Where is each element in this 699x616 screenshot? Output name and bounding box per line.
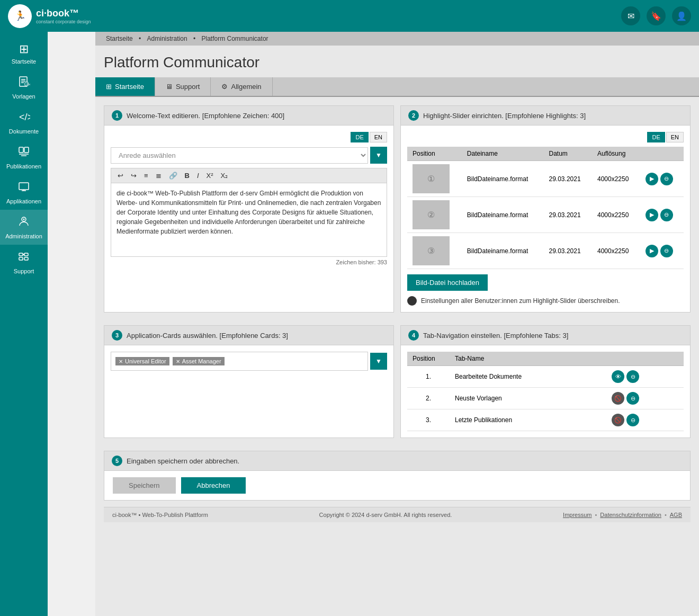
col-position: Position bbox=[407, 147, 462, 161]
sidebar-item-vorlagen[interactable]: Rx Vorlagen bbox=[0, 70, 48, 105]
subscript-btn[interactable]: X₂ bbox=[219, 171, 230, 181]
tab-row3-pos: 3. bbox=[407, 409, 450, 431]
select-arrow-icon[interactable]: ▼ bbox=[370, 147, 387, 164]
tag-x-universal[interactable]: ✕ bbox=[119, 359, 123, 364]
row1-action-btns: ▶ ⊖ bbox=[646, 173, 678, 185]
row3-remove-btn[interactable]: ⊖ bbox=[660, 245, 673, 257]
sidebar-item-publikationen[interactable]: Publikationen bbox=[0, 140, 48, 175]
toggle-override[interactable] bbox=[407, 296, 417, 306]
sidebar-item-dokumente[interactable]: </> Dokumente bbox=[0, 105, 48, 140]
section2-body: DE EN Position Dateiname Datum Auflösung bbox=[401, 126, 690, 312]
lang-switcher-1: DE EN bbox=[111, 132, 387, 142]
content-area: 1 Welcome-Text editieren. [Empfohlene Ze… bbox=[95, 97, 699, 531]
tab-allgemein[interactable]: ⚙ Allgemein bbox=[211, 77, 272, 96]
link-btn[interactable]: 🔗 bbox=[167, 171, 180, 181]
sidebar-label-startseite: Startseite bbox=[12, 58, 36, 65]
app-tags-container: ✕ Universal Editor ✕ Asset Manager bbox=[111, 352, 368, 371]
col-aufloesung: Auflösung bbox=[592, 147, 640, 161]
row2-remove-btn[interactable]: ⊖ bbox=[660, 209, 673, 221]
user-icon[interactable]: 👤 bbox=[672, 6, 691, 25]
tab-row3-eye-off-btn[interactable]: 🚫 bbox=[612, 414, 624, 426]
tab-row3-btns: 🚫 ⊖ bbox=[612, 414, 678, 426]
footer-copyright: Copyright © 2024 d-serv GmbH. All rights… bbox=[319, 512, 452, 518]
row3-actions: ▶ ⊖ bbox=[640, 233, 684, 269]
row3-pos: ③ bbox=[407, 233, 462, 269]
breadcrumb-home[interactable]: Startseite bbox=[106, 35, 133, 42]
tab-row3-remove-btn[interactable]: ⊖ bbox=[626, 414, 639, 426]
section3-num: 3 bbox=[112, 330, 122, 341]
administration-icon bbox=[17, 215, 30, 231]
sidebar-label-vorlagen: Vorlagen bbox=[12, 93, 35, 100]
italic-btn[interactable]: I bbox=[195, 171, 201, 181]
section-welcome-text: 1 Welcome-Text editieren. [Empfohlene Ze… bbox=[104, 105, 394, 313]
tab-row1-eye-btn[interactable]: 👁 bbox=[612, 370, 624, 383]
svg-point-15 bbox=[23, 219, 25, 220]
sidebar-item-administration[interactable]: Administration bbox=[0, 210, 48, 245]
bold-btn[interactable]: B bbox=[183, 171, 192, 181]
svg-rect-18 bbox=[19, 257, 23, 260]
row1-filename: BildDateiname.format bbox=[462, 161, 544, 197]
sidebar-item-startseite[interactable]: ⊞ Startseite bbox=[0, 37, 48, 70]
anrede-select[interactable]: Anrede auswählen bbox=[111, 147, 368, 164]
lang-en-btn-2[interactable]: EN bbox=[666, 132, 684, 142]
save-button[interactable]: Speichern bbox=[113, 477, 176, 494]
svg-text:</>: </> bbox=[19, 112, 30, 122]
row3-play-btn[interactable]: ▶ bbox=[646, 245, 658, 257]
footer-brand: ci-book™ • Web-To-Publish Plattform bbox=[112, 512, 208, 518]
breadcrumb-current: Platform Communicator bbox=[202, 35, 268, 42]
footer-datenschutz[interactable]: Datenschutzinformation bbox=[600, 512, 661, 518]
image-placeholder-2: ② bbox=[413, 200, 450, 229]
tab-row3-actions: 🚫 ⊖ bbox=[606, 409, 684, 431]
section2-num: 2 bbox=[408, 110, 419, 121]
svg-rect-16 bbox=[19, 253, 23, 256]
svg-rect-19 bbox=[24, 257, 28, 260]
tab-row2-remove-btn[interactable]: ⊖ bbox=[626, 392, 639, 405]
mail-icon[interactable]: ✉ bbox=[621, 6, 640, 25]
logo-text: ci·book™ constant corporate design bbox=[36, 8, 91, 24]
editor-area[interactable]: die ci-book™ Web-To-Publish Plattform de… bbox=[111, 183, 387, 257]
redo-btn[interactable]: ↪ bbox=[129, 171, 139, 181]
sidebar-label-publikationen: Publikationen bbox=[6, 163, 41, 169]
app-select-arrow-icon[interactable]: ▼ bbox=[370, 353, 387, 370]
sidebar-item-applikationen[interactable]: Applikationen bbox=[0, 175, 48, 210]
undo-btn[interactable]: ↩ bbox=[115, 171, 126, 181]
tab-row2-eye-off-btn[interactable]: 🚫 bbox=[612, 392, 624, 405]
row3-filename: BildDateiname.format bbox=[462, 233, 544, 269]
superscript-btn[interactable]: X² bbox=[204, 171, 216, 181]
topbar: 🏃 ci·book™ constant corporate design ✉ 🔖… bbox=[0, 0, 699, 32]
tab-startseite[interactable]: ⊞ Startseite bbox=[95, 77, 155, 96]
app-tag-asset-manager: ✕ Asset Manager bbox=[173, 357, 225, 365]
row1-remove-btn[interactable]: ⊖ bbox=[660, 173, 673, 185]
row1-play-btn[interactable]: ▶ bbox=[646, 173, 658, 185]
section4-header: 4 Tab-Navigation einstellen. [Empfohlene… bbox=[401, 326, 690, 345]
table-row: ③ BildDateiname.format 29.03.2021 4000x2… bbox=[407, 233, 684, 269]
row2-play-btn[interactable]: ▶ bbox=[646, 209, 658, 221]
tag-x-asset[interactable]: ✕ bbox=[176, 359, 180, 364]
sidebar-item-support[interactable]: Support bbox=[0, 245, 48, 280]
list-ol-btn[interactable]: ≣ bbox=[154, 171, 164, 181]
row2-date: 29.03.2021 bbox=[544, 197, 592, 233]
tab-row1-pos: 1. bbox=[407, 366, 450, 388]
footer-agb[interactable]: AGB bbox=[670, 512, 682, 518]
row2-resolution: 4000x2250 bbox=[592, 197, 640, 233]
svg-rect-11 bbox=[19, 183, 29, 190]
bookmark-icon[interactable]: 🔖 bbox=[647, 6, 666, 25]
cancel-button[interactable]: Abbrechen bbox=[181, 477, 246, 494]
section1-num: 1 bbox=[112, 110, 122, 121]
row2-pos: ② bbox=[407, 197, 462, 233]
lang-switcher-2: DE EN bbox=[407, 132, 684, 142]
tab-row3-name: Letzte Publikationen bbox=[450, 409, 606, 431]
section2-heading: Highlight-Slider einrichten. [Empfohlene… bbox=[423, 112, 586, 120]
list-ul-btn[interactable]: ≡ bbox=[142, 171, 150, 181]
tab-support[interactable]: 🖥 Support bbox=[155, 77, 211, 96]
lang-de-btn-2[interactable]: DE bbox=[647, 132, 665, 142]
tab-row1-remove-btn[interactable]: ⊖ bbox=[626, 370, 639, 383]
sidebar-label-support: Support bbox=[14, 268, 34, 274]
footer-impressum[interactable]: Impressum bbox=[563, 512, 592, 518]
lang-en-btn-1[interactable]: EN bbox=[370, 132, 387, 142]
tab-support-label: Support bbox=[176, 83, 200, 91]
lang-de-btn-1[interactable]: DE bbox=[351, 132, 368, 142]
upload-image-btn[interactable]: Bild-Datei hochladen bbox=[407, 274, 488, 291]
tab-col-position: Position bbox=[407, 352, 450, 366]
breadcrumb-admin[interactable]: Administration bbox=[147, 35, 187, 42]
